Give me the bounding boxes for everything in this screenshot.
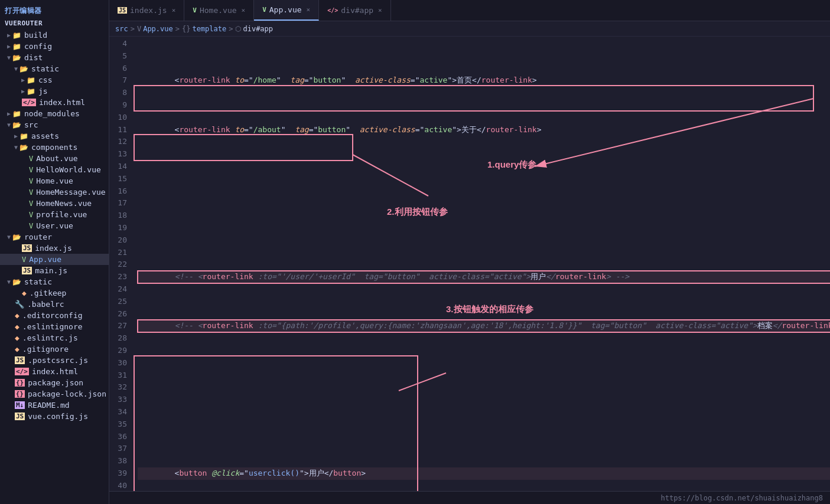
- sidebar-item-user-vue[interactable]: V User.vue: [0, 220, 109, 231]
- sidebar-item-label: js: [38, 87, 48, 96]
- vue-icon: V: [29, 222, 33, 230]
- sidebar-item-eslintignore[interactable]: ◆ .eslintignore: [0, 321, 109, 332]
- sidebar-item-label: .editorconfig: [22, 311, 83, 320]
- sidebar-item-static-root[interactable]: ▼ 📂 static: [0, 276, 109, 287]
- sidebar-item-label: router: [24, 233, 52, 241]
- sidebar-item-label: package-lock.json: [28, 390, 106, 398]
- chevron-right-icon: ▶: [21, 77, 25, 83]
- tab-div-app[interactable]: </> div#app ×: [319, 0, 390, 21]
- sidebar-item-label: .postcssrc.js: [28, 356, 88, 365]
- sidebar-item-homemessage-vue[interactable]: V HomeMessage.vue: [0, 186, 109, 198]
- sidebar-item-package-lock-json[interactable]: {} package-lock.json: [0, 388, 109, 400]
- folder-open-icon: 📂: [12, 278, 21, 286]
- chevron-down-icon: ▼: [14, 66, 18, 72]
- main-editor-area: JS index.js × V Home.vue × V App.vue × <…: [109, 0, 830, 504]
- sidebar-item-label: static: [24, 277, 52, 286]
- tab-label: Home.vue: [200, 6, 237, 15]
- tab-app-vue[interactable]: V App.vue ×: [254, 0, 319, 21]
- sidebar-item-label: index.html: [32, 367, 78, 376]
- js-icon: JS: [22, 267, 32, 274]
- sidebar-item-label: HomeNews.vue: [36, 199, 92, 208]
- sidebar-item-js-folder[interactable]: ▶ 📁 js: [0, 86, 109, 97]
- sidebar-item-label: components: [31, 143, 77, 152]
- sidebar-item-vue-config[interactable]: JS vue.config.js: [0, 411, 109, 422]
- sidebar-item-css[interactable]: ▶ 📁 css: [0, 74, 109, 86]
- sidebar-item-helloworld-vue[interactable]: V HelloWorld.vue: [0, 164, 109, 175]
- breadcrumb-sep: >: [131, 25, 135, 33]
- breadcrumb-sep: >: [175, 25, 180, 33]
- folder-icon: 📁: [12, 110, 21, 118]
- js-tab-icon: JS: [118, 7, 127, 14]
- sidebar-item-index-html[interactable]: </> index.html: [0, 366, 109, 377]
- sidebar-item-main-js[interactable]: JS main.js: [0, 265, 109, 276]
- dot-icon: ◆: [15, 311, 19, 320]
- chevron-down-icon: ▼: [7, 54, 11, 61]
- sidebar-item-package-json[interactable]: {} package.json: [0, 377, 109, 388]
- vue-breadcrumb-icon: V: [137, 25, 141, 33]
- json-icon: {}: [15, 379, 25, 387]
- breadcrumb: src > V App.vue > {} template > ⬡ div#ap…: [109, 21, 830, 37]
- sidebar-item-app-vue[interactable]: V App.vue: [0, 254, 109, 265]
- html-breadcrumb-icon: ⬡: [235, 25, 241, 33]
- code-line-9: <!-- <router-link :to="{path:'/profile',…: [138, 320, 830, 332]
- sidebar-item-build[interactable]: ▶ 📁 build: [0, 30, 109, 41]
- tab-close-icon[interactable]: ×: [242, 6, 246, 14]
- sidebar-item-label: config: [24, 42, 52, 51]
- chevron-down-icon: ▼: [7, 122, 11, 128]
- code-line-4: <router-link to="/home" tag="button" act…: [138, 74, 830, 87]
- tab-index-js[interactable]: JS index.js ×: [109, 0, 184, 21]
- sidebar-item-assets[interactable]: ▶ 📁 assets: [0, 130, 109, 142]
- js-icon: JS: [15, 413, 25, 420]
- blog-url: https://blog.csdn.net/shuaishuaizhang8: [660, 494, 823, 502]
- sidebar-item-label: package.json: [28, 378, 83, 387]
- sidebar-item-label: index.js: [35, 244, 72, 253]
- folder-open-icon: 📂: [19, 143, 28, 152]
- sidebar-item-node-modules[interactable]: ▶ 📁 node_modules: [0, 108, 109, 119]
- sidebar-item-readme[interactable]: M↓ README.md: [0, 400, 109, 411]
- folder-open-icon: 📂: [12, 54, 21, 62]
- code-line-8: <!-- <router-link :to="'/user/'+userId" …: [138, 271, 830, 283]
- tab-close-icon[interactable]: ×: [172, 6, 176, 14]
- sidebar-item-dist-static[interactable]: ▼ 📂 static: [0, 63, 109, 74]
- chevron-down-icon: ▼: [7, 234, 11, 240]
- sidebar-item-router-index[interactable]: JS index.js: [0, 243, 109, 254]
- sidebar-item-label: App.vue: [29, 255, 61, 264]
- folder-icon: 📁: [12, 31, 21, 40]
- sidebar-item-dist[interactable]: ▼ 📂 dist: [0, 52, 109, 63]
- sidebar-item-gitignore[interactable]: ◆ .gitignore: [0, 343, 109, 355]
- sidebar-item-babelrc[interactable]: 🔧 .babelrc: [0, 299, 109, 310]
- sidebar-item-components[interactable]: ▼ 📂 components: [0, 142, 109, 153]
- sidebar-item-label: .babelrc: [27, 300, 64, 309]
- sidebar-item-label: User.vue: [36, 221, 73, 230]
- js-icon: JS: [15, 356, 25, 364]
- tab-close-icon[interactable]: ×: [307, 6, 311, 14]
- sidebar-item-label: HelloWorld.vue: [36, 165, 101, 174]
- sidebar-item-config[interactable]: ▶ 📁 config: [0, 41, 109, 52]
- sidebar-item-router[interactable]: ▼ 📂 router: [0, 231, 109, 243]
- line-numbers: 4 5 6 7 8 9 10 11 12 13 14 15 16 17 18 1…: [109, 37, 133, 491]
- html-icon: </>: [15, 368, 29, 375]
- sidebar-item-postcssrc[interactable]: JS .postcssrc.js: [0, 355, 109, 366]
- sidebar-item-label: vue.config.js: [28, 412, 88, 421]
- sidebar-item-label: css: [38, 76, 52, 84]
- chevron-down-icon: ▼: [14, 144, 18, 150]
- root-label: VUEROUTER: [0, 18, 109, 30]
- sidebar-item-gitkeep[interactable]: ◆ .gitkeep: [0, 287, 109, 299]
- code-container: 4 5 6 7 8 9 10 11 12 13 14 15 16 17 18 1…: [109, 37, 830, 491]
- sidebar-item-home-vue[interactable]: V Home.vue: [0, 175, 109, 186]
- file-explorer: 打开编辑器 VUEROUTER ▶ 📁 build ▶ 📁 config ▼ 📂…: [0, 0, 109, 504]
- sidebar-item-label: index.html: [39, 98, 85, 107]
- sidebar-item-editorconfig[interactable]: ◆ .editorconfig: [0, 310, 109, 321]
- tab-close-icon[interactable]: ×: [378, 6, 382, 14]
- tab-home-vue[interactable]: V Home.vue ×: [184, 0, 254, 21]
- folder-icon: 📁: [19, 132, 28, 140]
- editor-wrapper: 4 5 6 7 8 9 10 11 12 13 14 15 16 17 18 1…: [109, 37, 830, 491]
- sidebar-item-homenews-vue[interactable]: V HomeNews.vue: [0, 198, 109, 209]
- sidebar-item-about-vue[interactable]: V About.vue: [0, 153, 109, 164]
- sidebar-item-dist-index-html[interactable]: </> index.html: [0, 97, 109, 108]
- code-editor[interactable]: 4 5 6 7 8 9 10 11 12 13 14 15 16 17 18 1…: [109, 37, 830, 491]
- sidebar-item-src[interactable]: ▼ 📂 src: [0, 119, 109, 130]
- sidebar-item-profile-vue[interactable]: V profile.vue: [0, 209, 109, 220]
- sidebar-item-eslintrc[interactable]: ◆ .eslintrc.js: [0, 332, 109, 343]
- json-icon: {}: [15, 390, 25, 398]
